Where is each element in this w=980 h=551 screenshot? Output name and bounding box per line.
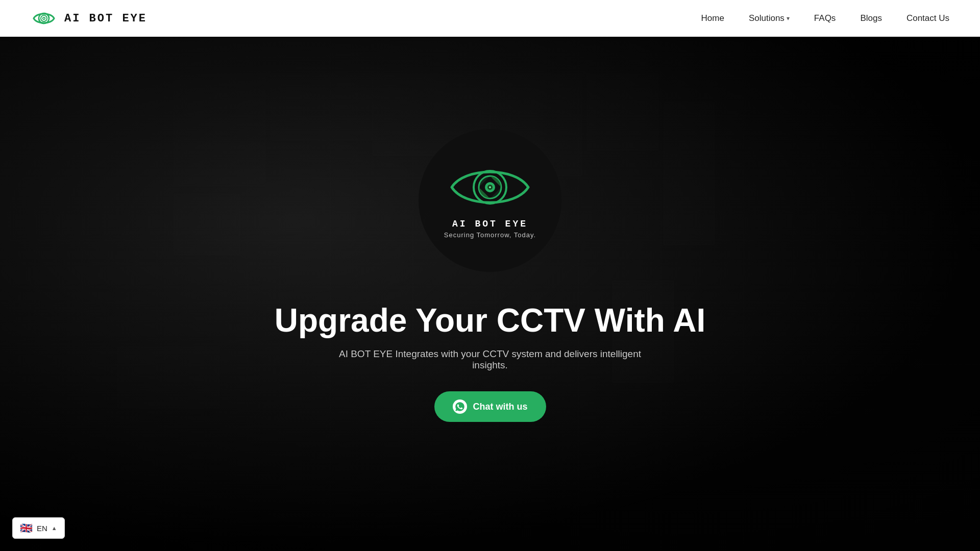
chevron-up-icon: ▲ xyxy=(52,525,57,531)
nav-item-contact[interactable]: Contact Us xyxy=(906,13,949,23)
logo-text: AI BOT EYE xyxy=(64,12,147,25)
hero-tagline: Securing Tomorrow, Today. xyxy=(444,231,536,239)
navbar: AI BOT EYE Home Solutions ▾ FAQs Blogs C… xyxy=(0,0,980,37)
chat-button-label: Chat with us xyxy=(473,402,528,412)
language-switcher[interactable]: 🇬🇧 EN ▲ xyxy=(12,517,65,539)
chevron-down-icon: ▾ xyxy=(787,15,790,22)
nav-link-contact[interactable]: Contact Us xyxy=(906,13,949,23)
nav-item-solutions[interactable]: Solutions ▾ xyxy=(749,13,790,23)
hero-eye-icon xyxy=(449,162,531,213)
svg-point-10 xyxy=(489,187,491,188)
nav-link-faqs[interactable]: FAQs xyxy=(814,13,836,23)
nav-item-blogs[interactable]: Blogs xyxy=(860,13,882,23)
flag-icon: 🇬🇧 xyxy=(20,522,33,534)
hero-subtitle: AI BOT EYE Integrates with your CCTV sys… xyxy=(337,348,643,371)
nav-link-blogs[interactable]: Blogs xyxy=(860,13,882,23)
logo-icon xyxy=(31,5,57,32)
hero-content: AI BOT EYE Securing Tomorrow, Today. Upg… xyxy=(275,129,705,422)
nav-link-solutions[interactable]: Solutions ▾ xyxy=(749,13,790,23)
chat-with-us-button[interactable]: Chat with us xyxy=(434,391,546,422)
whatsapp-icon xyxy=(453,399,467,414)
hero-brand-name: AI BOT EYE xyxy=(452,219,528,229)
nav-link-home[interactable]: Home xyxy=(701,13,724,23)
hero-headline: Upgrade Your CCTV With AI xyxy=(275,303,705,338)
logo[interactable]: AI BOT EYE xyxy=(31,5,147,32)
nav-links: Home Solutions ▾ FAQs Blogs Contact Us xyxy=(701,13,949,23)
nav-item-faqs[interactable]: FAQs xyxy=(814,13,836,23)
nav-item-home[interactable]: Home xyxy=(701,13,724,23)
hero-section: AI BOT EYE Securing Tomorrow, Today. Upg… xyxy=(0,0,980,551)
svg-point-4 xyxy=(43,18,44,19)
language-code: EN xyxy=(37,524,47,533)
hero-logo-circle: AI BOT EYE Securing Tomorrow, Today. xyxy=(419,129,561,272)
